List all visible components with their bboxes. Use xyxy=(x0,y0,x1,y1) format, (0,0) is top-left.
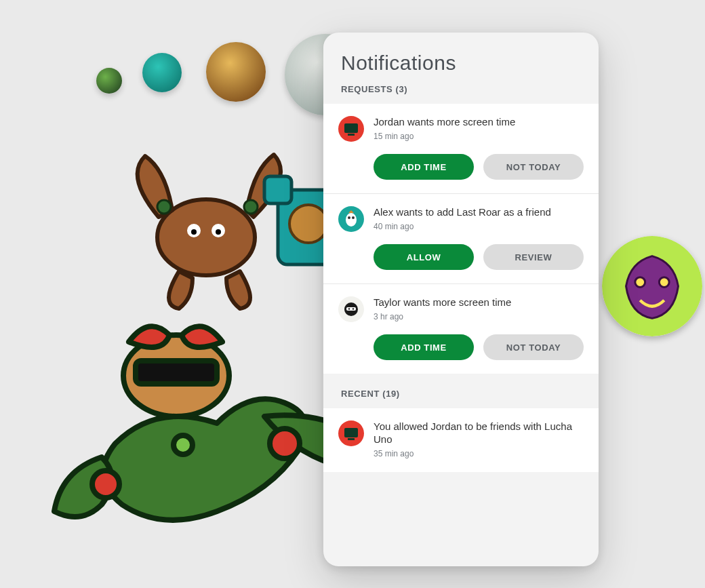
recent-message: You allowed Jordan to be friends with Lu… xyxy=(374,420,584,446)
svg-rect-20 xyxy=(348,134,355,136)
svg-point-18 xyxy=(659,277,669,288)
svg-point-17 xyxy=(635,277,645,288)
review-button[interactable]: REVIEW xyxy=(483,244,584,270)
svg-rect-29 xyxy=(348,438,355,440)
svg-point-22 xyxy=(348,216,350,219)
not-today-button[interactable]: NOT TODAY xyxy=(483,334,584,360)
avatar-bubble-bear xyxy=(602,236,702,336)
allow-button[interactable]: ALLOW xyxy=(374,244,474,270)
svg-point-4 xyxy=(216,229,221,235)
request-item: Taylor wants more screen time 3 hr ago A… xyxy=(323,284,599,374)
avatar-bubble-viking xyxy=(206,42,266,102)
request-message: Jordan wants more screen time xyxy=(374,116,584,129)
request-message: Taylor wants more screen time xyxy=(374,296,584,309)
add-time-button[interactable]: ADD TIME xyxy=(374,334,474,360)
recent-list: You allowed Jordan to be friends with Lu… xyxy=(323,408,599,472)
svg-point-21 xyxy=(346,213,357,227)
request-time: 15 min ago xyxy=(374,132,584,141)
avatar-white-ninja xyxy=(338,296,364,322)
notifications-panel: Notifications REQUESTS (3) Jordan wants … xyxy=(323,33,599,566)
recent-time: 35 min ago xyxy=(374,449,584,458)
svg-point-15 xyxy=(174,435,193,454)
not-today-button[interactable]: NOT TODAY xyxy=(483,154,584,180)
svg-point-3 xyxy=(191,229,197,235)
avatar-red-monitor xyxy=(338,116,364,142)
svg-rect-25 xyxy=(346,307,356,311)
svg-point-14 xyxy=(92,471,119,498)
request-time: 40 min ago xyxy=(374,222,584,231)
avatar-bubble-owl xyxy=(142,53,182,92)
request-time: 3 hr ago xyxy=(374,312,584,321)
requests-count: (3) xyxy=(396,84,408,94)
svg-rect-8 xyxy=(264,176,291,203)
svg-rect-19 xyxy=(344,123,358,133)
recent-count: (19) xyxy=(382,389,400,399)
svg-point-5 xyxy=(157,200,171,214)
recent-item: You allowed Jordan to be friends with Lu… xyxy=(323,408,599,472)
requests-label: REQUESTS xyxy=(341,84,392,94)
svg-point-27 xyxy=(352,308,355,310)
avatar-bubble-ninja xyxy=(96,68,122,94)
svg-point-26 xyxy=(348,308,350,310)
svg-rect-28 xyxy=(344,428,358,437)
panel-header: Notifications REQUESTS (3) xyxy=(323,33,599,104)
svg-point-10 xyxy=(289,205,327,243)
request-item: Alex wants to add Last Roar as a friend … xyxy=(323,194,599,284)
svg-rect-12 xyxy=(136,361,217,384)
recent-section-header: RECENT (19) xyxy=(323,374,599,408)
avatar-teal-owl xyxy=(338,206,364,232)
panel-title: Notifications xyxy=(341,52,581,75)
add-time-button[interactable]: ADD TIME xyxy=(374,154,474,180)
request-message: Alex wants to add Last Roar as a friend xyxy=(374,206,584,219)
recent-label: RECENT xyxy=(341,389,380,399)
svg-point-23 xyxy=(352,216,355,219)
avatar-red-monitor xyxy=(338,420,364,446)
requests-section-header: REQUESTS (3) xyxy=(341,84,581,94)
request-item: Jordan wants more screen time 15 min ago… xyxy=(323,104,599,194)
requests-list: Jordan wants more screen time 15 min ago… xyxy=(323,104,599,374)
svg-point-13 xyxy=(270,429,300,458)
